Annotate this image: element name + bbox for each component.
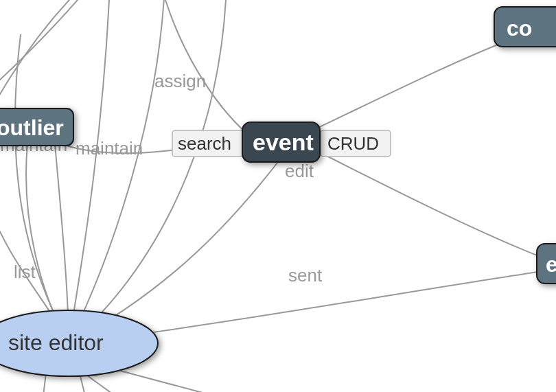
- node-tag-crud[interactable]: CRUD: [321, 130, 391, 157]
- edge-label-edit: edit: [285, 161, 314, 181]
- edge: [15, 34, 69, 343]
- node-event-label: event: [253, 129, 314, 155]
- node-event[interactable]: event: [242, 122, 320, 162]
- edge: [69, 0, 110, 343]
- node-tag-search[interactable]: search: [172, 130, 243, 157]
- edge-label-maintain2: maintain: [76, 138, 143, 159]
- edge-co: [312, 38, 515, 130]
- edge-label-list: list: [14, 262, 36, 282]
- node-co-label: co: [507, 16, 532, 41]
- node-outlier-label: outlier: [0, 115, 64, 140]
- edge: [0, 0, 89, 117]
- edge-labels-group: assign maintain maintain list sent edit: [0, 71, 323, 286]
- edge-label-sent: sent: [288, 265, 323, 286]
- edge: [0, 55, 69, 343]
- edge-sent: [124, 271, 542, 336]
- node-e[interactable]: e: [537, 244, 556, 284]
- tag-crud-label: CRUD: [327, 133, 379, 154]
- node-e-label: e: [546, 252, 556, 277]
- edge-label-assign: assign: [154, 71, 206, 91]
- edge-e: [317, 151, 542, 257]
- tag-search-label: search: [178, 133, 231, 154]
- node-outlier[interactable]: outlier: [0, 108, 73, 146]
- node-site-editor-label: site editor: [8, 330, 104, 355]
- node-site-editor[interactable]: site editor: [0, 310, 158, 376]
- node-co[interactable]: co: [494, 7, 556, 47]
- graph-canvas[interactable]: assign maintain maintain list sent edit …: [0, 0, 556, 392]
- edge-assign: [161, 0, 247, 134]
